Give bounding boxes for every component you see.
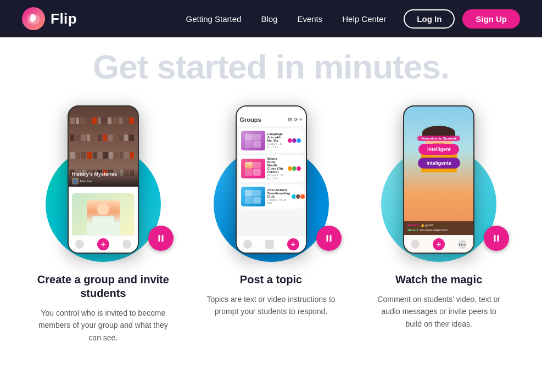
phone-mockup-1: History's Mysteries 👤 Member (68, 105, 139, 254)
logo-text: Flip (51, 10, 77, 27)
person-silhouette (87, 200, 120, 239)
add-button-3: + (433, 238, 445, 250)
phone-bottom-bar-2: + (237, 235, 306, 253)
card-3-title: Watch the magic (395, 273, 482, 287)
nav-icon-3 (243, 240, 252, 249)
group-thumb-1 (241, 131, 265, 150)
svg-point-1 (31, 16, 36, 21)
vocab-word-2: inteligente (418, 158, 460, 169)
group-info-2: Whole Body Month Clinic (7th Period) 41 … (267, 157, 286, 180)
nav-icon-2 (122, 240, 131, 249)
phone-area-1: History's Mysteries 👤 Member (43, 97, 164, 262)
card-watch-magic: Adjectives in Spanish intelligent inteli… (363, 97, 515, 344)
hero-heading: Get started in minutes. (0, 47, 542, 86)
phone-screen-2: Groups ⊞ ⟳ + (237, 107, 306, 253)
vocab-label: Adjectives in Spanish (417, 136, 460, 141)
groups-grid: Language Arts with Ms. Ma Grade 4 · 32 L… (237, 126, 306, 253)
phone-mockup-2: Groups ⊞ ⟳ + (236, 105, 307, 254)
phone-area-2: Groups ⊞ ⟳ + (211, 97, 332, 262)
login-button[interactable]: Log In (404, 9, 455, 29)
card-3-desc: Comment on students' video, text or audi… (373, 293, 505, 330)
groups-icons: ⊞ ⟳ + (288, 117, 302, 122)
svg-rect-7 (498, 235, 499, 242)
group-thumb-2 (241, 159, 265, 178)
phone-mockup-3: Adjectives in Spanish intelligent inteli… (403, 105, 474, 254)
phone-screen-3: Adjectives in Spanish intelligent inteli… (404, 107, 473, 253)
group-avatars-2 (288, 166, 301, 171)
pause-button-2[interactable] (316, 226, 342, 251)
card-2-title: Post a topic (240, 273, 302, 287)
nav-blog[interactable]: Blog (261, 14, 277, 24)
nav-icon-6: ··· (458, 240, 467, 249)
add-button-1: + (97, 238, 109, 250)
svg-rect-6 (494, 235, 496, 242)
person-head (97, 203, 109, 215)
svg-rect-4 (326, 235, 328, 242)
card-1-title: Create a group and invite students (27, 273, 179, 300)
cards-section: History's Mysteries 👤 Member (0, 92, 542, 360)
groups-content: Groups ⊞ ⟳ + (237, 107, 306, 253)
member-label: Member (80, 180, 92, 183)
group-row-2: Whole Body Month Clinic (7th Period) 41 … (239, 155, 304, 182)
group-avatars-3 (292, 194, 305, 199)
group-row-1: Language Arts with Ms. Ma Grade 4 · 32 L… (239, 128, 304, 153)
card-create-group: History's Mysteries 👤 Member (27, 97, 179, 344)
card-post-topic: Groups ⊞ ⟳ + (195, 97, 347, 344)
group-info-overlay: History's Mysteries 👤 Member (69, 168, 138, 187)
hero-section: Get started in minutes. (0, 37, 542, 92)
svg-rect-5 (329, 235, 331, 242)
card-2-desc: Topics are text or video instructions to… (205, 293, 337, 318)
svg-rect-2 (158, 235, 160, 242)
svg-rect-3 (161, 235, 163, 242)
phone-bottom-bar-1: + (69, 235, 138, 253)
card-1-desc: You control who is invited to become mem… (37, 307, 169, 344)
nav-icon-5 (411, 240, 420, 249)
video-content: Adjectives in Spanish intelligent inteli… (404, 107, 473, 253)
phone-bottom-bar-3: + ··· (404, 235, 473, 253)
group-info-1: Language Arts with Ms. Ma Grade 4 · 32 L… (267, 132, 286, 149)
groups-header: Groups ⊞ ⟳ + (237, 107, 306, 126)
phone-area-3: Adjectives in Spanish intelligent inteli… (378, 97, 499, 262)
nav-links: Getting Started Blog Events Help Center (186, 14, 386, 24)
phone-bg-1: History's Mysteries 👤 Member (69, 107, 138, 187)
nav-icon-1 (75, 240, 84, 249)
group-name-label: History's Mysteries (72, 171, 135, 177)
phone-screen-1: History's Mysteries 👤 Member (69, 107, 138, 253)
vocab-word-1: intelligent (418, 144, 460, 155)
logo-icon (22, 7, 45, 30)
groups-title: Groups (240, 116, 261, 123)
logo[interactable]: Flip (22, 7, 77, 30)
pause-button-3[interactable] (484, 226, 509, 251)
navigation: Flip Getting Started Blog Events Help Ce… (0, 0, 542, 37)
group-thumb-3 (241, 187, 265, 206)
add-button-2: + (287, 238, 299, 250)
signup-button[interactable]: Sign Up (462, 9, 520, 29)
nav-getting-started[interactable]: Getting Started (186, 14, 241, 24)
pause-button-1[interactable] (148, 226, 174, 251)
group-info-3: After-School Skateboarding Club 2 topics… (267, 188, 290, 205)
nav-icon-4 (265, 240, 274, 249)
nav-help-center[interactable]: Help Center (342, 14, 386, 24)
group-avatars-1 (288, 138, 301, 143)
group-row-3: After-School Skateboarding Club 2 topics… (239, 184, 304, 209)
nav-events[interactable]: Events (297, 14, 322, 24)
